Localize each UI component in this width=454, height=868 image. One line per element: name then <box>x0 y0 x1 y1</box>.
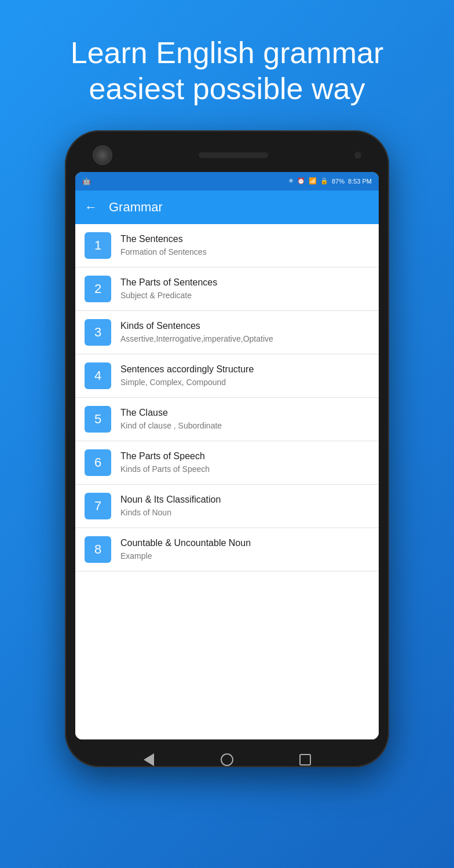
item-number-7: 7 <box>85 493 111 519</box>
item-subtitle-7: Kinds of Noun <box>120 507 221 518</box>
item-title-7: Noun & Its Classification <box>120 494 221 506</box>
item-subtitle-3: Assertive,Interrogative,imperative,Optat… <box>120 334 273 344</box>
item-number-6: 6 <box>85 449 111 476</box>
item-title-6: The Parts of Speech <box>120 451 210 463</box>
item-title-1: The Sentences <box>120 233 207 246</box>
hero-section: Learn English grammar easiest possible w… <box>0 0 454 124</box>
status-bar: 🤖 ✳ ⏰ 📶 🔒 87% 8:53 PM <box>75 172 379 191</box>
speaker-icon <box>199 152 268 158</box>
home-nav-button[interactable] <box>218 751 236 768</box>
item-text-3: Kinds of Sentences Assertive,Interrogati… <box>120 320 273 344</box>
time-display: 8:53 PM <box>348 178 372 185</box>
item-number-5: 5 <box>85 406 111 433</box>
list-item[interactable]: 6 The Parts of Speech Kinds of Parts of … <box>75 441 379 485</box>
hero-line1: Learn English grammar <box>71 36 383 69</box>
battery-percentage: 87% <box>332 178 345 185</box>
list-item[interactable]: 8 Countable & Uncountable Noun Example <box>75 528 379 572</box>
phone-device: 🤖 ✳ ⏰ 📶 🔒 87% 8:53 PM ← Grammar <box>65 130 389 767</box>
sensor-dot <box>354 152 361 159</box>
signal-icon: 📶 <box>309 177 317 185</box>
item-subtitle-8: Example <box>120 551 251 561</box>
item-number-4: 4 <box>85 362 111 389</box>
list-item[interactable]: 1 The Sentences Formation of Sentences <box>75 224 379 268</box>
back-button[interactable]: ← <box>85 200 97 215</box>
app-bar: ← Grammar <box>75 191 379 224</box>
item-text-1: The Sentences Formation of Sentences <box>120 233 207 257</box>
item-subtitle-1: Formation of Sentences <box>120 247 207 257</box>
item-text-8: Countable & Uncountable Noun Example <box>120 537 251 561</box>
item-text-4: Sentences accordingly Structure Simple, … <box>120 364 254 387</box>
phone-bottom-bar <box>75 743 379 777</box>
item-title-2: The Parts of Sentences <box>120 277 217 289</box>
phone-wrapper: 🤖 ✳ ⏰ 📶 🔒 87% 8:53 PM ← Grammar <box>0 130 454 767</box>
item-text-2: The Parts of Sentences Subject & Predica… <box>120 277 217 301</box>
android-icon: 🤖 <box>82 177 91 185</box>
item-title-4: Sentences accordingly Structure <box>120 364 254 376</box>
item-subtitle-2: Subject & Predicate <box>120 290 217 301</box>
item-subtitle-4: Simple, Complex, Compound <box>120 377 254 387</box>
camera-icon <box>93 145 112 165</box>
list-item[interactable]: 7 Noun & Its Classification Kinds of Nou… <box>75 485 379 528</box>
item-title-5: The Clause <box>120 407 222 419</box>
item-number-8: 8 <box>85 536 111 563</box>
status-left: 🤖 <box>82 177 91 185</box>
grammar-list: 1 The Sentences Formation of Sentences 2… <box>75 224 379 739</box>
item-number-2: 2 <box>85 276 111 302</box>
list-item[interactable]: 2 The Parts of Sentences Subject & Predi… <box>75 268 379 311</box>
item-subtitle-5: Kind of clause , Subordinate <box>120 420 222 431</box>
list-item[interactable]: 4 Sentences accordingly Structure Simple… <box>75 354 379 398</box>
item-text-5: The Clause Kind of clause , Subordinate <box>120 407 222 431</box>
item-number-1: 1 <box>85 232 111 259</box>
list-item[interactable]: 3 Kinds of Sentences Assertive,Interroga… <box>75 311 379 354</box>
hero-line2: easiest possible way <box>89 72 365 105</box>
item-number-3: 3 <box>85 319 111 346</box>
list-item[interactable]: 5 The Clause Kind of clause , Subordinat… <box>75 398 379 441</box>
alarm-icon: ⏰ <box>297 177 305 185</box>
item-subtitle-6: Kinds of Parts of Speech <box>120 464 210 474</box>
item-title-8: Countable & Uncountable Noun <box>120 537 251 550</box>
back-nav-button[interactable] <box>140 751 158 768</box>
bluetooth-icon: ✳ <box>288 177 294 185</box>
status-right: ✳ ⏰ 📶 🔒 87% 8:53 PM <box>288 177 372 185</box>
item-text-7: Noun & Its Classification Kinds of Noun <box>120 494 221 518</box>
item-text-6: The Parts of Speech Kinds of Parts of Sp… <box>120 451 210 474</box>
recents-nav-button[interactable] <box>296 751 314 768</box>
phone-top-bar <box>75 141 379 172</box>
phone-screen: 🤖 ✳ ⏰ 📶 🔒 87% 8:53 PM ← Grammar <box>75 172 379 739</box>
item-title-3: Kinds of Sentences <box>120 320 273 332</box>
lock-icon: 🔒 <box>320 177 328 185</box>
app-title: Grammar <box>109 200 163 215</box>
